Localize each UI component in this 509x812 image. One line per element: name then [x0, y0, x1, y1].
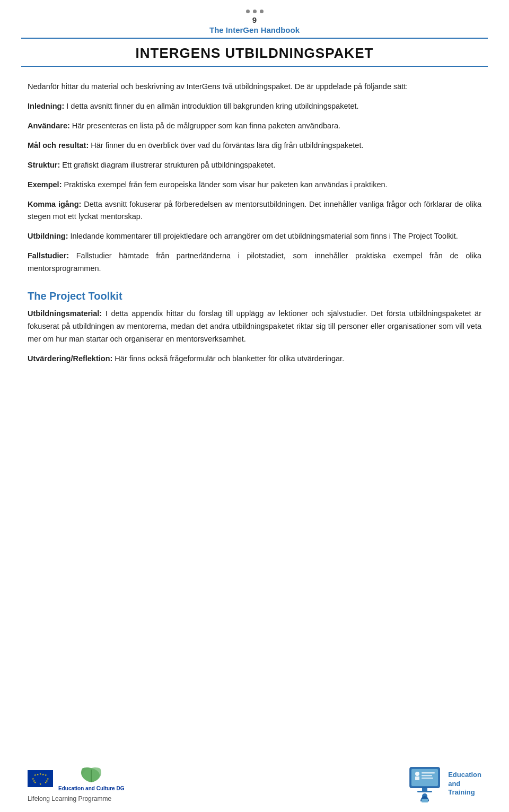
- education-training-icon: [406, 765, 444, 802]
- dot-2: [253, 10, 257, 13]
- text-mal: Här finner du en överblick över vad du f…: [89, 141, 363, 150]
- svg-rect-19: [422, 775, 432, 776]
- label-struktur: Struktur:: [28, 161, 60, 169]
- divider-top: [21, 38, 488, 39]
- page: 9 The InterGen Handbook INTERGENS UTBILD…: [0, 0, 509, 812]
- text-komma: Detta avsnitt fokuserar på förberedelsen…: [28, 200, 481, 221]
- label-anvandare: Användare:: [28, 121, 70, 130]
- edu-training-text: EducationandTraining: [448, 771, 481, 798]
- eu-flag-svg: ★ ★ ★ ★ ★ ★ ★ ★ ★ ★ ★ ★: [28, 770, 53, 787]
- section-anvandare: Användare: Här presenteras en lista på d…: [28, 120, 481, 133]
- label-toolkit-utbildningsmaterial: Utbildningsmaterial:: [28, 309, 102, 318]
- main-title: INTERGENS UTBILDNINGSPAKET: [136, 45, 374, 62]
- edu-training-text-wrap: EducationandTraining: [448, 771, 481, 798]
- leaf-icon: [78, 765, 104, 784]
- svg-rect-21: [422, 788, 427, 791]
- section-inledning: Inledning: I detta avsnitt finner du en …: [28, 100, 481, 113]
- svg-rect-18: [422, 772, 435, 774]
- svg-rect-24: [422, 799, 428, 802]
- text-exempel: Praktiska exempel från fem europeiska lä…: [62, 180, 387, 189]
- footer: ★ ★ ★ ★ ★ ★ ★ ★ ★ ★ ★ ★: [0, 754, 509, 812]
- page-number: 9: [252, 15, 257, 24]
- label-komma: Komma igång:: [28, 200, 81, 208]
- label-toolkit-utvardering: Utvärdering/Reflektion:: [28, 354, 112, 363]
- text-fallstudier: Fallstudier hämtade från partnerländerna…: [28, 251, 481, 273]
- section-mal: Mål och resultat: Här finner du en överb…: [28, 139, 481, 152]
- intro-paragraph: Nedanför hittar du material och beskrivn…: [28, 81, 481, 93]
- svg-point-16: [415, 772, 419, 776]
- label-utbildning: Utbildning:: [28, 232, 68, 240]
- top-bar: 9 The InterGen Handbook INTERGENS UTBILD…: [0, 0, 509, 81]
- dot-1: [246, 10, 250, 13]
- section-fallstudier: Fallstudier: Fallstudier hämtade från pa…: [28, 250, 481, 275]
- toolkit-utbildningsmaterial: Utbildningsmaterial: I detta appendix hi…: [28, 308, 481, 346]
- dots-decoration: [246, 10, 264, 13]
- label-inledning: Inledning:: [28, 102, 64, 110]
- intro-text: Nedanför hittar du material och beskrivn…: [28, 82, 408, 91]
- edu-culture-logo: Education and Culture DG: [58, 765, 124, 792]
- eu-flag-icon: ★ ★ ★ ★ ★ ★ ★ ★ ★ ★ ★ ★: [28, 770, 53, 787]
- text-toolkit-utvardering: Här finns också frågeformulär och blanke…: [112, 354, 344, 363]
- content-area: Nedanför hittar du material och beskrivn…: [0, 81, 509, 383]
- label-exempel: Exempel:: [28, 180, 62, 189]
- toolkit-utvardering: Utvärdering/Reflektion: Här finns också …: [28, 353, 481, 365]
- monitor-icon-wrap: [406, 765, 444, 802]
- toolkit-heading: The Project Toolkit: [28, 290, 481, 302]
- text-struktur: Ett grafiskt diagram illustrerar struktu…: [60, 161, 275, 169]
- section-komma: Komma igång: Detta avsnitt fokuserar på …: [28, 198, 481, 224]
- divider-bottom: [21, 66, 488, 67]
- text-utbildning: Inledande kommentarer till projektledare…: [68, 232, 458, 240]
- section-struktur: Struktur: Ett grafiskt diagram illustrer…: [28, 159, 481, 172]
- edu-culture-text: Education and Culture DG: [58, 785, 124, 792]
- section-exempel: Exempel: Praktiska exempel från fem euro…: [28, 179, 481, 191]
- svg-rect-17: [415, 776, 419, 780]
- text-anvandare: Här presenteras en lista på de målgruppe…: [70, 121, 340, 130]
- dot-3: [260, 10, 264, 13]
- footer-left: ★ ★ ★ ★ ★ ★ ★ ★ ★ ★ ★ ★: [28, 765, 124, 802]
- lifelong-text: Lifelong Learning Programme: [28, 795, 111, 802]
- svg-rect-20: [422, 778, 433, 779]
- label-fallstudier: Fallstudier:: [28, 251, 69, 260]
- label-mal: Mål och resultat:: [28, 141, 89, 150]
- text-inledning: I detta avsnitt finner du en allmän intr…: [64, 102, 358, 110]
- edu-training-logo: EducationandTraining: [406, 765, 481, 802]
- footer-logos: ★ ★ ★ ★ ★ ★ ★ ★ ★ ★ ★ ★: [28, 765, 124, 792]
- section-utbildning: Utbildning: Inledande kommentarer till p…: [28, 230, 481, 243]
- handbook-title: The InterGen Handbook: [209, 25, 300, 34]
- svg-rect-22: [417, 791, 432, 792]
